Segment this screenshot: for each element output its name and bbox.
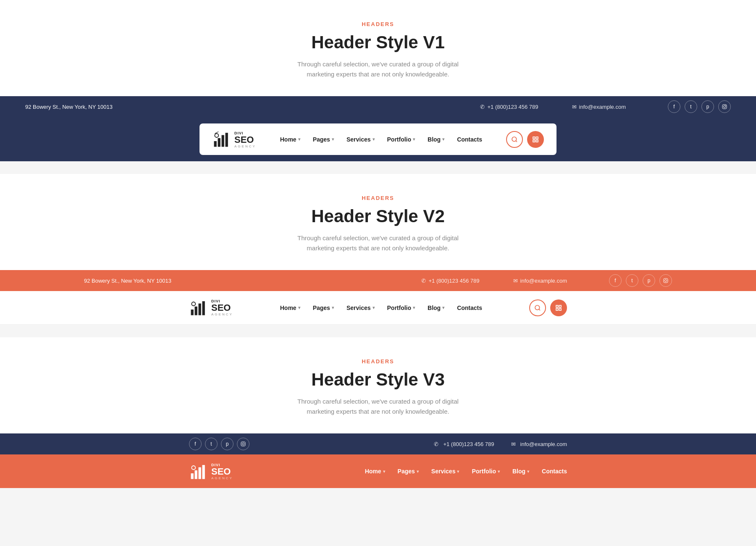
facebook-icon-v2[interactable]: f [609, 274, 622, 287]
phone-icon: ✆ [480, 104, 485, 110]
section1-label: HEADERS [8, 21, 748, 27]
phone-v1: ✆ +1 (800)123 456 789 [480, 104, 538, 110]
facebook-icon-v3[interactable]: f [189, 438, 202, 450]
nav-actions-v1 [506, 131, 544, 148]
svg-point-1 [724, 106, 726, 108]
svg-rect-5 [222, 135, 224, 147]
svg-point-21 [192, 302, 195, 306]
nav-home-v3[interactable]: Home▾ [365, 468, 385, 475]
svg-rect-20 [202, 301, 205, 315]
nav-contacts-v2[interactable]: Contacts [457, 304, 482, 311]
section1-intro: HEADERS Header Style V1 Through careful … [0, 0, 756, 96]
instagram-icon[interactable] [718, 100, 731, 113]
svg-rect-27 [559, 308, 561, 310]
section2-label: HEADERS [8, 195, 748, 201]
nav-portfolio-v2[interactable]: Portfolio▾ [387, 304, 415, 311]
topbar-v2: 92 Bowery St., New York, NY 10013 ✆ +1 (… [0, 270, 756, 291]
grid-button-v2[interactable] [550, 299, 567, 316]
svg-rect-6 [226, 133, 228, 147]
section1-title: Header Style V1 [8, 32, 748, 52]
nav-links-v2: Home▾ Pages▾ Services▾ Portfolio▾ Blog▾ … [280, 304, 482, 311]
svg-rect-31 [195, 470, 197, 479]
social-icons-v2: f t p [609, 274, 672, 287]
nav-pages-v1[interactable]: Pages▾ [313, 136, 334, 143]
topbar-v3-inner: f t p ✆ +1 (800)123 456 789 ✉ info@examp… [189, 438, 567, 450]
twitter-icon-v3[interactable]: t [205, 438, 218, 450]
nav-pages-v2[interactable]: Pages▾ [313, 304, 334, 311]
svg-rect-13 [533, 140, 535, 142]
nav-services-v3[interactable]: Services▾ [431, 468, 459, 475]
instagram-icon-v3[interactable] [237, 438, 249, 450]
nav-services-v2[interactable]: Services▾ [346, 304, 375, 311]
pinterest-icon-v3[interactable]: p [221, 438, 234, 450]
svg-rect-14 [536, 140, 538, 142]
email-v3: ✉ info@example.com [511, 441, 567, 447]
nav-links-v3: Home▾ Pages▾ Services▾ Portfolio▾ Blog▾ … [365, 468, 567, 475]
svg-line-23 [539, 309, 540, 310]
svg-rect-19 [199, 304, 201, 315]
nav-blog-v3[interactable]: Blog▾ [512, 468, 529, 475]
header-v1: 92 Bowery St., New York, NY 10013 ✆ +1 (… [0, 96, 756, 161]
nav-portfolio-v3[interactable]: Portfolio▾ [472, 468, 500, 475]
search-button-v1[interactable] [506, 131, 523, 148]
instagram-icon-v2[interactable] [659, 274, 672, 287]
divider-1 [0, 161, 756, 174]
topbar-v1: 92 Bowery St., New York, NY 10013 ✆ +1 (… [0, 96, 756, 117]
facebook-icon[interactable]: f [668, 100, 680, 113]
search-button-v2[interactable] [529, 299, 546, 316]
svg-rect-18 [195, 307, 197, 315]
phone-v2: ✆ +1 (800)123 456 789 [421, 278, 479, 284]
logo-text-seo: SEO [234, 135, 256, 144]
svg-rect-15 [664, 278, 668, 283]
pinterest-icon[interactable]: p [701, 100, 714, 113]
nav-bar-v2: DIVI SEO AGENCY Home▾ Pages▾ Services▾ P… [0, 291, 756, 325]
section2-desc: Through careful selection, we've curated… [294, 233, 462, 253]
twitter-icon-v2[interactable]: t [626, 274, 638, 287]
logo-v1: DIVI SEO AGENCY [212, 130, 256, 149]
nav-pages-v3[interactable]: Pages▾ [398, 468, 419, 475]
pinterest-icon-v2[interactable]: p [643, 274, 655, 287]
svg-rect-26 [556, 308, 558, 310]
svg-rect-24 [556, 305, 558, 307]
section1-desc: Through careful selection, we've curated… [294, 59, 462, 79]
social-left-v3: f t p [189, 438, 249, 450]
topbar-v3: f t p ✆ +1 (800)123 456 789 ✉ info@examp… [0, 433, 756, 454]
nav-bar-v2-inner: DIVI SEO AGENCY Home▾ Pages▾ Services▾ P… [189, 298, 567, 317]
page-bottom [0, 488, 756, 505]
logo2-sub: AGENCY [211, 312, 233, 316]
header-v2: 92 Bowery St., New York, NY 10013 ✆ +1 (… [0, 270, 756, 325]
nav-services-v1[interactable]: Services▾ [346, 136, 375, 143]
section3-desc: Through careful selection, we've curated… [294, 396, 462, 417]
nav-home-v1[interactable]: Home▾ [280, 136, 300, 143]
phone-icon-v2: ✆ [421, 278, 426, 284]
nav-portfolio-v1[interactable]: Portfolio▾ [387, 136, 415, 143]
mail-icon: ✉ [572, 104, 577, 110]
section2-intro: HEADERS Header Style V2 Through careful … [0, 174, 756, 270]
svg-point-29 [242, 443, 244, 445]
grid-button-v1[interactable] [527, 131, 544, 148]
logo3-seo: SEO [211, 467, 233, 476]
svg-rect-30 [191, 473, 194, 479]
svg-rect-17 [191, 310, 194, 315]
header-v3: f t p ✆ +1 (800)123 456 789 ✉ info@examp… [0, 433, 756, 488]
nav-contacts-v3[interactable]: Contacts [542, 468, 567, 475]
nav-bar-v1: DIVI SEO AGENCY Home▾ Pages▾ Services▾ [0, 117, 756, 161]
svg-point-22 [535, 305, 540, 310]
address-v2: 92 Bowery St., New York, NY 10013 [84, 278, 171, 284]
mail-icon-v2: ✉ [513, 278, 518, 284]
mail-icon-v3: ✉ [511, 441, 516, 447]
svg-rect-3 [214, 141, 217, 147]
nav-contacts-v1[interactable]: Contacts [457, 136, 482, 143]
twitter-icon[interactable]: t [685, 100, 697, 113]
nav-actions-v2 [529, 299, 567, 316]
logo3-sub: AGENCY [211, 476, 233, 480]
nav-home-v2[interactable]: Home▾ [280, 304, 300, 311]
email-v1: ✉ info@example.com [572, 104, 626, 110]
logo-sub: AGENCY [234, 144, 256, 148]
section2-title: Header Style V2 [8, 206, 748, 226]
nav-bar-v3: DIVI SEO AGENCY Home▾ Pages▾ Services▾ P… [0, 454, 756, 488]
svg-line-10 [516, 141, 517, 142]
nav-blog-v1[interactable]: Blog▾ [428, 136, 444, 143]
nav-blog-v2[interactable]: Blog▾ [428, 304, 444, 311]
section3-title: Header Style V3 [8, 370, 748, 390]
